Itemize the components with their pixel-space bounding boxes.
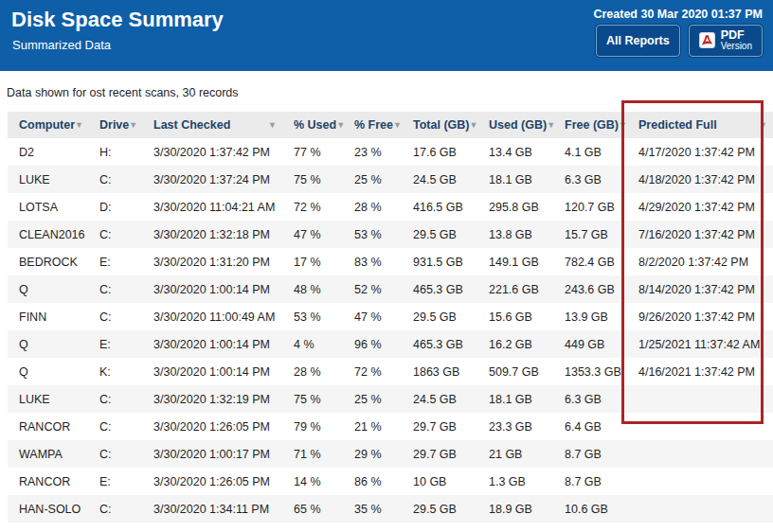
table-row: LOTSAD:3/30/2020 11:04:21 AM72 %28 %416.… (8, 193, 773, 221)
cell-pct_used: 28 % (282, 358, 343, 385)
cell-free: 449 GB (553, 330, 627, 358)
cell-free: 4.1 GB (553, 138, 627, 166)
cell-computer: WAMPA (8, 440, 88, 468)
cell-free: 1353.3 GB (553, 358, 627, 385)
cell-computer: Q (8, 275, 88, 303)
cell-computer: RANCOR (8, 413, 88, 440)
cell-used: 16.2 GB (477, 330, 553, 358)
cell-last_checked: 3/30/2020 1:00:14 PM (142, 330, 282, 358)
cell-pct_free: 72 % (343, 358, 402, 385)
cell-computer: BEDROCK (8, 248, 88, 275)
table-row: MOSEISLEYC:3/30/2020 1:37:00 PM57 %43 %3… (8, 523, 773, 532)
column-header-drive[interactable]: Drive▼ (88, 112, 142, 138)
cell-pct_used: 77 % (282, 138, 343, 166)
cell-drive: E: (88, 248, 142, 275)
cell-total: 416.5 GB (402, 193, 477, 221)
sort-dropdown-icon[interactable]: ▼ (469, 121, 477, 130)
column-header-computer[interactable]: Computer▼ (8, 112, 88, 138)
cell-pct_free: 83 % (343, 248, 402, 275)
cell-total: 29.7 GB (402, 413, 477, 440)
column-header-used[interactable]: Used (GB)▼ (477, 112, 553, 138)
cell-last_checked: 3/30/2020 1:31:20 PM (142, 248, 282, 275)
column-label-used: Used (GB) (489, 118, 547, 132)
cell-last_checked: 3/30/2020 1:00:14 PM (142, 275, 282, 303)
cell-drive: C: (88, 303, 142, 330)
cell-pct_free: 25 % (343, 385, 402, 413)
table-row: QE:3/30/2020 1:00:14 PM4 %96 %465.3 GB16… (8, 330, 773, 358)
column-header-total[interactable]: Total (GB)▼ (402, 112, 477, 138)
cell-last_checked: 3/30/2020 1:37:00 PM (142, 523, 282, 532)
sort-dropdown-icon[interactable]: ▼ (75, 121, 83, 130)
cell-free: 6.3 GB (553, 385, 627, 413)
cell-last_checked: 3/30/2020 1:37:24 PM (142, 166, 282, 193)
disk-space-table: Computer▼Drive▼Last Checked▼% Used▼% Fre… (8, 112, 773, 532)
cell-pct_free: 96 % (343, 330, 402, 358)
cell-pct_used: 75 % (282, 166, 343, 193)
cell-last_checked: 3/30/2020 11:04:21 AM (142, 193, 282, 221)
all-reports-button[interactable]: All Reports (596, 25, 680, 57)
cell-used: 221.6 GB (477, 275, 553, 303)
cell-last_checked: 3/30/2020 1:34:11 PM (142, 495, 282, 523)
sort-dropdown-icon[interactable]: ▼ (336, 121, 345, 130)
column-header-pct_used[interactable]: % Used▼ (282, 112, 343, 138)
cell-used: 295.8 GB (477, 193, 553, 221)
header-buttons: All Reports PDF Version (596, 25, 763, 57)
cell-pct_used: 14 % (282, 468, 343, 495)
cell-total: 24.5 GB (402, 166, 477, 193)
cell-free: 782.4 GB (553, 248, 627, 275)
column-header-last_checked[interactable]: Last Checked▼ (142, 112, 282, 138)
pdf-version-button[interactable]: PDF Version (689, 25, 763, 57)
table-header-row: Computer▼Drive▼Last Checked▼% Used▼% Fre… (8, 112, 773, 138)
cell-drive: D: (88, 193, 142, 221)
cell-drive: C: (88, 385, 142, 413)
cell-predicted (627, 440, 773, 468)
cell-total: 31.1 GB (402, 523, 477, 532)
cell-free: 120.7 GB (553, 193, 627, 221)
cell-free: 13.9 GB (553, 303, 627, 330)
sort-dropdown-icon[interactable]: ▼ (393, 121, 402, 130)
cell-free: 10.6 GB (553, 495, 627, 523)
cell-drive: C: (88, 275, 142, 303)
cell-predicted: 9/26/2020 1:37:42 PM (627, 303, 773, 330)
cell-used: 18.1 GB (477, 166, 553, 193)
sort-dropdown-icon[interactable]: ▼ (759, 121, 767, 130)
cell-predicted: 8/2/2020 1:37:42 PM (627, 248, 773, 275)
sort-dropdown-icon[interactable]: ▼ (619, 121, 627, 130)
cell-predicted: 4/18/2020 1:37:42 PM (627, 166, 773, 193)
cell-free: 243.6 GB (553, 275, 627, 303)
page-title: Disk Space Summary (11, 8, 224, 32)
sort-dropdown-icon[interactable]: ▼ (129, 121, 137, 130)
cell-computer: Q (8, 358, 88, 385)
cell-total: 1863 GB (402, 358, 477, 385)
cell-predicted: 1/25/2021 11:37:42 AM (627, 330, 773, 358)
cell-total: 465.3 GB (402, 330, 477, 358)
cell-pct_free: 47 % (343, 303, 402, 330)
cell-pct_used: 75 % (282, 385, 343, 413)
cell-pct_free: 28 % (343, 193, 402, 221)
cell-total: 10 GB (402, 468, 477, 495)
sort-dropdown-icon[interactable]: ▼ (547, 121, 555, 130)
sort-dropdown-icon[interactable]: ▼ (268, 121, 277, 130)
column-header-free[interactable]: Free (GB)▼ (553, 112, 627, 138)
cell-drive: H: (88, 138, 142, 166)
cell-predicted (627, 468, 773, 495)
cell-pct_used: 47 % (282, 221, 343, 248)
cell-last_checked: 3/30/2020 1:26:05 PM (142, 413, 282, 440)
pdf-icon (699, 32, 715, 48)
cell-computer: LUKE (8, 385, 88, 413)
cell-total: 17.6 GB (402, 138, 477, 166)
column-header-predicted[interactable]: Predicted Full▼ (627, 112, 773, 138)
column-header-pct_free[interactable]: % Free▼ (343, 112, 402, 138)
all-reports-label: All Reports (606, 34, 670, 47)
cell-pct_free: 53 % (343, 221, 402, 248)
cell-free: 6.3 GB (553, 166, 627, 193)
table-row: FINNC:3/30/2020 11:00:49 AM53 %47 %29.5 … (8, 303, 773, 330)
column-label-last_checked: Last Checked (153, 118, 230, 132)
cell-used: 15.6 GB (477, 303, 553, 330)
cell-used: 21 GB (477, 440, 553, 468)
cell-total: 29.7 GB (402, 440, 477, 468)
cell-total: 24.5 GB (402, 385, 477, 413)
cell-last_checked: 3/30/2020 1:32:19 PM (142, 385, 282, 413)
column-label-pct_used: % Used (294, 118, 336, 132)
cell-pct_used: 4 % (282, 330, 343, 358)
